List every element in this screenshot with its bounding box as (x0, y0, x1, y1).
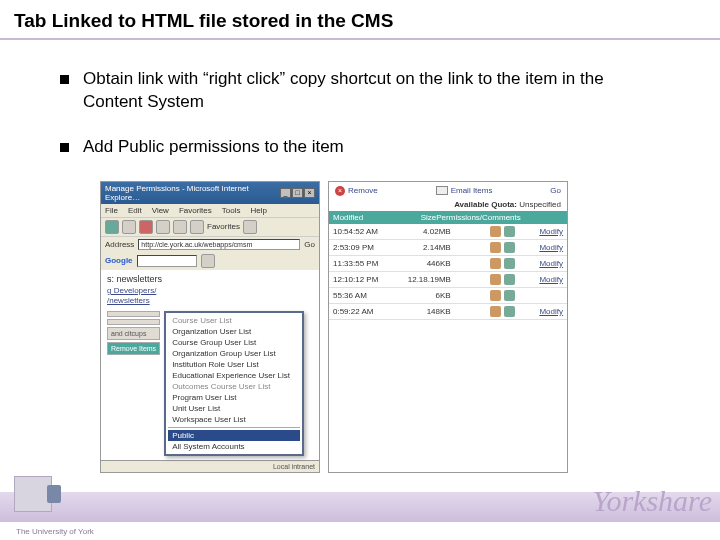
cell-modified: 55:36 AM (333, 291, 408, 300)
dropdown-item[interactable]: Course User List (168, 315, 300, 326)
permission-icon[interactable] (490, 258, 501, 269)
cell-modified: 11:33:55 PM (333, 259, 408, 268)
side-tab[interactable] (107, 311, 160, 317)
user-list-dropdown[interactable]: Course User List Organization User List … (164, 311, 304, 456)
modify-link[interactable]: Modify (515, 275, 563, 284)
menu-view[interactable]: View (152, 206, 169, 215)
address-input[interactable]: http://cle.york.ac.uk/webapps/cmsm (138, 239, 300, 250)
history-icon[interactable] (243, 220, 257, 234)
dropdown-item[interactable]: Organization User List (168, 326, 300, 337)
section-label: s: newsletters (107, 274, 313, 284)
remove-icon: × (335, 186, 345, 196)
menu-edit[interactable]: Edit (128, 206, 142, 215)
address-label: Address (105, 240, 134, 249)
google-search-input[interactable] (137, 255, 197, 267)
cell-permissions (451, 306, 515, 317)
slide-footer: The University of York Yorkshare (0, 472, 720, 540)
table-row[interactable]: 12:10:12 PM12.18.19MBModify (329, 272, 567, 288)
remove-button[interactable]: × Remove (335, 186, 378, 196)
comment-icon[interactable] (504, 242, 515, 253)
comment-icon[interactable] (504, 274, 515, 285)
comment-icon[interactable] (504, 306, 515, 317)
th-size[interactable]: Size (399, 213, 437, 222)
th-permissions[interactable]: Permissions/Comments (436, 213, 520, 222)
permission-icon[interactable] (490, 242, 501, 253)
menu-file[interactable]: File (105, 206, 118, 215)
cell-modified: 10:54:52 AM (333, 227, 408, 236)
table-row[interactable]: 11:33:55 PM446KBModify (329, 256, 567, 272)
dropdown-item[interactable]: Educational Experience User List (168, 370, 300, 381)
dropdown-item[interactable]: Program User List (168, 392, 300, 403)
refresh-icon[interactable] (156, 220, 170, 234)
permission-icon[interactable] (490, 306, 501, 317)
minimize-icon[interactable]: _ (280, 188, 291, 198)
favorites-button[interactable]: Favorites (207, 222, 240, 231)
quota-value: Unspecified (519, 200, 561, 209)
footer-logo (14, 476, 74, 522)
th-actions (521, 213, 563, 222)
dropdown-item-public[interactable]: Public (168, 430, 300, 441)
dropdown-item[interactable]: Course Group User List (168, 337, 300, 348)
cell-modified: 12:10:12 PM (333, 275, 408, 284)
mail-icon (436, 186, 448, 195)
window-title: Manage Permissions - Microsoft Internet … (105, 184, 280, 202)
google-label: Google (105, 256, 133, 265)
comment-icon[interactable] (504, 290, 515, 301)
comment-icon[interactable] (504, 258, 515, 269)
table-row[interactable]: 2:53:09 PM2.14MBModify (329, 240, 567, 256)
status-zone: Local intranet (273, 463, 315, 470)
breadcrumb-link[interactable]: g Developers/ (107, 286, 313, 295)
browser-toolbar: Favorites (101, 217, 319, 237)
quota-label: Available Quota: (454, 200, 517, 209)
permission-icon[interactable] (490, 290, 501, 301)
go-button[interactable]: Go (304, 240, 315, 249)
go-button[interactable]: Go (550, 186, 561, 195)
google-search-icon[interactable] (201, 254, 215, 268)
menu-favorites[interactable]: Favorites (179, 206, 212, 215)
home-icon[interactable] (173, 220, 187, 234)
modify-link[interactable]: Modify (515, 307, 563, 316)
table-row[interactable]: 0:59:22 AM148KBModify (329, 304, 567, 320)
slide-title: Tab Linked to HTML file stored in the CM… (0, 0, 720, 40)
side-tab-remove[interactable]: Remove Items (107, 342, 160, 355)
close-icon[interactable]: × (304, 188, 315, 198)
breadcrumb-link[interactable]: /newsletters (107, 296, 313, 305)
comment-icon[interactable] (504, 226, 515, 237)
cell-permissions (451, 226, 515, 237)
search-icon[interactable] (190, 220, 204, 234)
menu-help[interactable]: Help (250, 206, 266, 215)
dropdown-item[interactable]: Institution Role User List (168, 359, 300, 370)
modify-link[interactable]: Modify (515, 227, 563, 236)
permission-icon[interactable] (490, 274, 501, 285)
menu-tools[interactable]: Tools (222, 206, 241, 215)
dropdown-item[interactable]: Organization Group User List (168, 348, 300, 359)
bullet-text: Obtain link with “right click” copy shor… (83, 68, 660, 114)
th-modified[interactable]: Modified (333, 213, 399, 222)
table-header: Modified Size Permissions/Comments (329, 211, 567, 224)
stop-icon[interactable] (139, 220, 153, 234)
email-items-button[interactable]: Email Items (436, 186, 493, 195)
bullet-marker-icon (60, 75, 69, 84)
dropdown-item[interactable]: Outcomes Course User List (168, 381, 300, 392)
side-tab[interactable] (107, 319, 160, 325)
cell-modified: 0:59:22 AM (333, 307, 408, 316)
side-tab[interactable]: and citcups (107, 327, 160, 340)
footer-org: The University of York (16, 527, 94, 536)
modify-link[interactable]: Modify (515, 259, 563, 268)
forward-icon[interactable] (122, 220, 136, 234)
side-tabs: and citcups Remove Items (107, 311, 160, 355)
cell-size: 6KB (408, 291, 451, 300)
dropdown-item[interactable]: Workspace User List (168, 414, 300, 425)
dropdown-item[interactable]: All System Accounts (168, 441, 300, 452)
modify-link[interactable]: Modify (515, 243, 563, 252)
table-row[interactable]: 10:54:52 AM4.02MBModify (329, 224, 567, 240)
cell-size: 4.02MB (408, 227, 451, 236)
bullet-marker-icon (60, 143, 69, 152)
dropdown-separator (168, 427, 300, 428)
permission-icon[interactable] (490, 226, 501, 237)
table-row[interactable]: 55:36 AM6KB (329, 288, 567, 304)
dropdown-item[interactable]: Unit User List (168, 403, 300, 414)
back-icon[interactable] (105, 220, 119, 234)
maximize-icon[interactable]: □ (292, 188, 303, 198)
window-titlebar: Manage Permissions - Microsoft Internet … (101, 182, 319, 204)
